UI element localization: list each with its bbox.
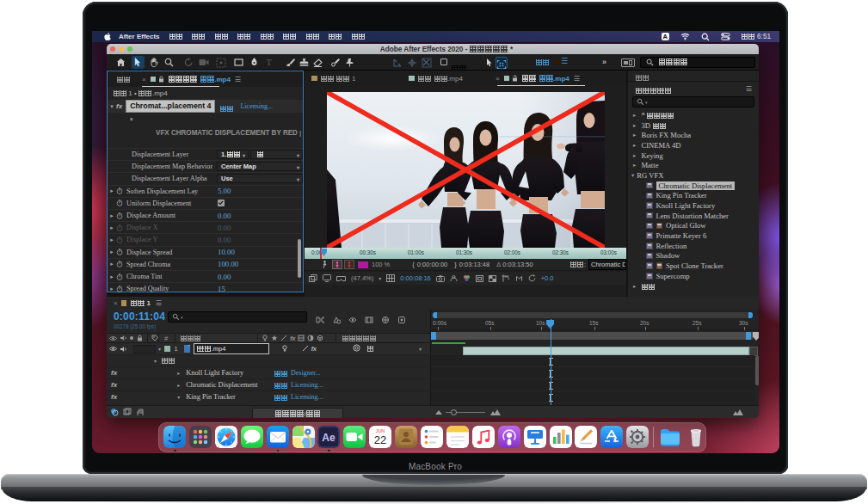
svg-text:T: T <box>266 58 272 67</box>
svg-text:22: 22 <box>374 433 386 446</box>
svg-text:Ae: Ae <box>323 432 336 444</box>
